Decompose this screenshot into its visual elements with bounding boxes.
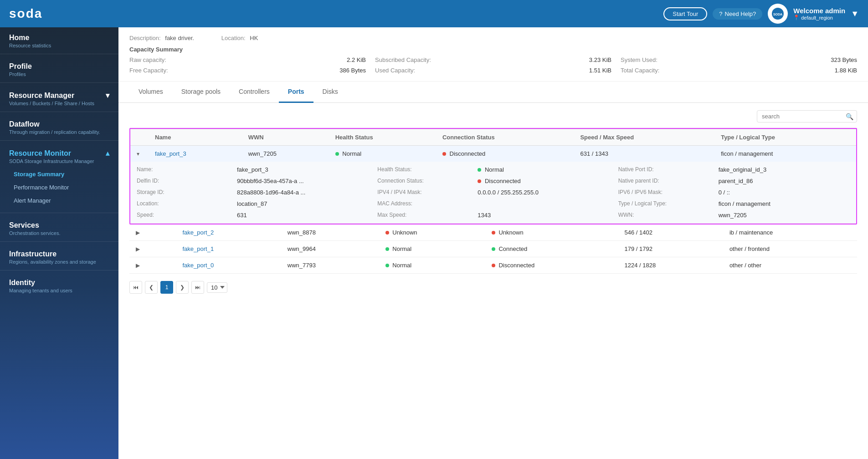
expand-icon-port1[interactable]: ▶ <box>136 246 140 252</box>
table-row: ▶ fake_port_1 wwn_9964 Normal Connected … <box>129 241 857 257</box>
table-row: ▾ fake_port_3 wwn_7205 Normal Disconnect… <box>130 146 856 162</box>
port3-connection: Disconnected <box>436 146 574 162</box>
detail-grid: Name: fake_port_3 Health Status: Normal … <box>137 166 850 219</box>
sidebar-profile-label: Profile <box>9 62 109 71</box>
detail-ipv4-label: IPV4 / IPV4 Mask: <box>377 189 468 196</box>
sidebar-sub-performance-monitor[interactable]: Performance Monitor <box>9 181 118 194</box>
tab-disks[interactable]: Disks <box>313 82 347 103</box>
table-row: ▶ fake_port_2 wwn_8878 Unknown Unknown 5… <box>129 224 857 241</box>
sidebar-identity-label: Identity <box>9 279 109 287</box>
prev-page-button[interactable]: ❮ <box>145 281 158 294</box>
detail-delfin-value: 90bbbf6d-35ea-457a-a ... <box>237 178 368 184</box>
page-1-button[interactable]: 1 <box>160 281 173 294</box>
port-link-2[interactable]: fake_port_2 <box>182 229 214 236</box>
sidebar-sub-alert-manager[interactable]: Alert Manager <box>9 194 118 207</box>
sidebar-home-sub: Resource statistics <box>9 43 109 48</box>
detail-name-label: Name: <box>137 166 228 173</box>
port1-connection: Connected <box>485 241 618 257</box>
detail-name-value: fake_port_3 <box>237 166 368 173</box>
sidebar-item-resource-monitor[interactable]: Resource Monitor ▴ SODA Storage Infrastr… <box>0 143 118 168</box>
expand-icon-port2[interactable]: ▶ <box>136 230 140 236</box>
expand-icon-port0[interactable]: ▶ <box>136 262 140 269</box>
resource-monitor-chevron-icon: ▴ <box>106 149 109 158</box>
port0-wwn: wwn_7793 <box>281 257 379 274</box>
port3-speed: 631 / 1343 <box>574 146 714 162</box>
sidebar-item-services[interactable]: Services Orchestration services. <box>0 215 118 240</box>
col-wwn-header: WWN <box>242 129 329 146</box>
expanded-detail-row: Name: fake_port_3 Health Status: Normal … <box>130 162 856 224</box>
resource-monitor-sub-menu: Storage Summary Performance Monitor Aler… <box>0 168 118 211</box>
topnav-actions: Start Tour ? Need Help? SODA Welcome adm… <box>663 4 859 24</box>
port3-wwn: wwn_7205 <box>242 146 329 162</box>
table-section: 🔍 Name WWN Health Status Connection Stat… <box>118 103 868 305</box>
detail-storage-value: 828a8808-1d96-4a84-a ... <box>237 189 368 196</box>
ports-table: Name WWN Health Status Connection Status… <box>130 129 856 224</box>
col-name <box>130 129 149 146</box>
user-dropdown-icon[interactable]: ▼ <box>851 9 859 19</box>
col-speed-header: Speed / Max Speed <box>574 129 714 146</box>
sidebar-services-label: Services <box>9 221 109 230</box>
sidebar-item-home[interactable]: Home Resource statistics <box>0 27 118 52</box>
app-logo: soda <box>9 6 42 21</box>
conn-dot-red-port2 <box>492 231 495 235</box>
tab-volumes[interactable]: Volumes <box>129 82 172 103</box>
highlighted-table-container: Name WWN Health Status Connection Status… <box>129 128 857 224</box>
next-page-button[interactable]: ❯ <box>176 281 189 294</box>
tab-storage-pools[interactable]: Storage pools <box>172 82 230 103</box>
port3-type: ficon / management <box>714 146 856 162</box>
sidebar-sub-storage-summary[interactable]: Storage Summary <box>9 168 118 181</box>
location-field: Location: HK <box>221 35 258 41</box>
sidebar-item-resource-manager[interactable]: Resource Manager ▾ Volumes / Buckets / F… <box>0 85 118 110</box>
port0-health: Normal <box>379 257 485 274</box>
col-name-header: Name <box>149 129 242 146</box>
sidebar-item-dataflow[interactable]: Dataflow Through migration / replication… <box>0 114 118 138</box>
description-row: Description: fake driver. Location: HK <box>129 35 857 41</box>
capacity-summary-title: Capacity Summary <box>129 46 857 53</box>
port2-speed: 546 / 1402 <box>618 224 723 241</box>
connection-dot-red <box>442 152 446 156</box>
sidebar-profile-sub: Profiles <box>9 71 109 77</box>
first-page-button[interactable]: ⏮ <box>129 281 142 294</box>
sidebar-services-sub: Orchestration services. <box>9 230 109 236</box>
detail-speed-label: Speed: <box>137 212 228 219</box>
need-help-button[interactable]: ? Need Help? <box>713 8 762 20</box>
subscribed-capacity-row: Subscribed Capacity: 3.23 KiB <box>375 56 611 63</box>
main-content: Description: fake driver. Location: HK C… <box>118 27 868 459</box>
port1-speed: 179 / 1792 <box>618 241 723 257</box>
used-capacity-row: Used Capacity: 1.51 KiB <box>375 67 611 74</box>
sidebar-item-infrastructure[interactable]: Infrastructure Regions, availability zon… <box>0 244 118 268</box>
port1-wwn: wwn_9964 <box>281 241 379 257</box>
sidebar: Home Resource statistics Profile Profile… <box>0 27 118 459</box>
last-page-button[interactable]: ⏭ <box>191 281 204 294</box>
tab-controllers[interactable]: Controllers <box>230 82 279 103</box>
health-dot-green-port0 <box>385 264 389 267</box>
sidebar-resource-manager-label: Resource Manager ▾ <box>9 91 109 100</box>
start-tour-button[interactable]: Start Tour <box>663 7 707 20</box>
port-link-3[interactable]: fake_port_3 <box>155 150 186 157</box>
sidebar-item-profile[interactable]: Profile Profiles <box>0 56 118 81</box>
search-icon[interactable]: 🔍 <box>846 113 853 120</box>
tab-ports[interactable]: Ports <box>279 82 313 103</box>
sidebar-item-identity[interactable]: Identity Managing tenants and users <box>0 272 118 297</box>
port0-speed: 1224 / 1828 <box>618 257 723 274</box>
detail-conn-label: Connection Status: <box>377 178 468 184</box>
free-capacity-row: Free Capacity: 386 Bytes <box>129 67 366 74</box>
search-input[interactable] <box>757 110 857 122</box>
pagination: ⏮ ❮ 1 ❯ ⏭ 5 10 20 50 <box>129 274 857 297</box>
question-icon: ? <box>719 10 722 17</box>
port-link-1[interactable]: fake_port_1 <box>182 245 214 252</box>
table-row: ▶ fake_port_0 wwn_7793 Normal Disconnect… <box>129 257 857 274</box>
detail-location-value: location_87 <box>237 200 368 207</box>
detail-location-label: Location: <box>137 200 228 207</box>
health-dot-red-port2 <box>385 231 389 235</box>
detail-ipv6-label: IPV6 / IPV6 Mask: <box>618 189 709 196</box>
page-size-select[interactable]: 5 10 20 50 <box>207 282 227 293</box>
sidebar-resource-monitor-label: Resource Monitor ▴ <box>9 149 109 158</box>
sidebar-dataflow-sub: Through migration / replication capabili… <box>9 129 109 135</box>
raw-capacity-row: Raw capacity: 2.2 KiB <box>129 56 366 63</box>
port0-connection: Disconnected <box>485 257 618 274</box>
detail-native-port-label: Native Port ID: <box>618 166 709 173</box>
port2-connection: Unknown <box>485 224 618 241</box>
port-link-0[interactable]: fake_port_0 <box>182 262 214 269</box>
expand-icon-port3[interactable]: ▾ <box>137 151 139 157</box>
